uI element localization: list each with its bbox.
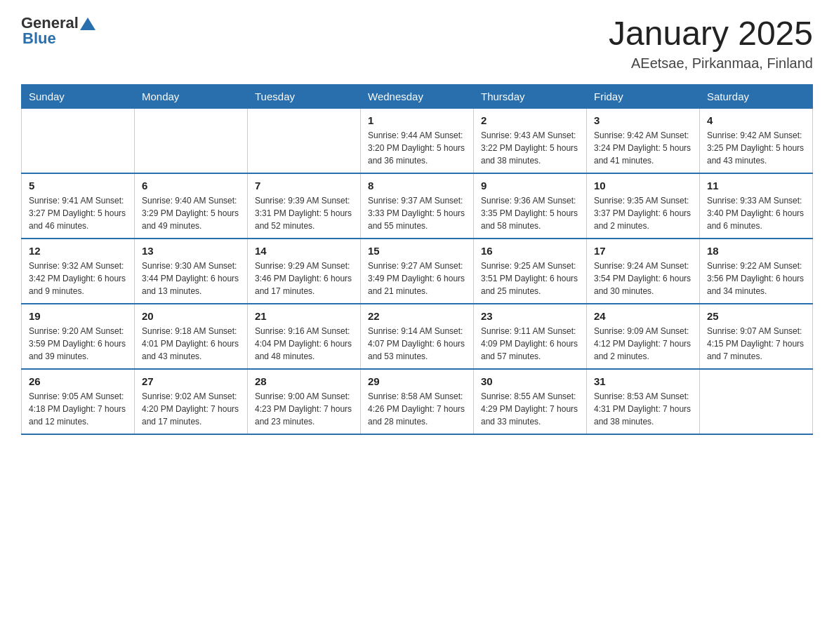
table-row: 25Sunrise: 9:07 AM Sunset: 4:15 PM Dayli… (700, 304, 813, 369)
day-number: 27 (142, 375, 240, 387)
day-number: 5 (29, 180, 127, 192)
table-row: 31Sunrise: 8:53 AM Sunset: 4:31 PM Dayli… (587, 369, 700, 434)
calendar-week-row: 12Sunrise: 9:32 AM Sunset: 3:42 PM Dayli… (22, 239, 813, 304)
day-info: Sunrise: 9:16 AM Sunset: 4:04 PM Dayligh… (255, 325, 353, 363)
day-info: Sunrise: 8:55 AM Sunset: 4:29 PM Dayligh… (481, 390, 579, 428)
table-row: 14Sunrise: 9:29 AM Sunset: 3:46 PM Dayli… (248, 239, 361, 304)
day-number: 4 (707, 114, 805, 126)
table-row: 24Sunrise: 9:09 AM Sunset: 4:12 PM Dayli… (587, 304, 700, 369)
day-number: 7 (255, 180, 353, 192)
table-row: 5Sunrise: 9:41 AM Sunset: 3:27 PM Daylig… (22, 173, 135, 239)
day-info: Sunrise: 9:41 AM Sunset: 3:27 PM Dayligh… (29, 194, 127, 232)
table-row: 1Sunrise: 9:44 AM Sunset: 3:20 PM Daylig… (361, 109, 474, 174)
table-row: 23Sunrise: 9:11 AM Sunset: 4:09 PM Dayli… (474, 304, 587, 369)
day-info: Sunrise: 9:02 AM Sunset: 4:20 PM Dayligh… (142, 390, 240, 428)
page-header: General Blue January 2025 AEetsae, Pirka… (21, 14, 813, 72)
day-number: 9 (481, 180, 579, 192)
table-row: 22Sunrise: 9:14 AM Sunset: 4:07 PM Dayli… (361, 304, 474, 369)
day-number: 14 (255, 245, 353, 257)
day-number: 22 (368, 310, 466, 322)
table-row: 9Sunrise: 9:36 AM Sunset: 3:35 PM Daylig… (474, 173, 587, 239)
day-info: Sunrise: 9:35 AM Sunset: 3:37 PM Dayligh… (594, 194, 692, 232)
day-number: 26 (29, 375, 127, 387)
svg-marker-0 (80, 18, 95, 30)
day-number: 13 (142, 245, 240, 257)
calendar-table: Sunday Monday Tuesday Wednesday Thursday… (21, 84, 813, 435)
table-row: 18Sunrise: 9:22 AM Sunset: 3:56 PM Dayli… (700, 239, 813, 304)
day-number: 12 (29, 245, 127, 257)
table-row: 16Sunrise: 9:25 AM Sunset: 3:51 PM Dayli… (474, 239, 587, 304)
table-row (700, 369, 813, 434)
day-number: 30 (481, 375, 579, 387)
calendar-week-row: 1Sunrise: 9:44 AM Sunset: 3:20 PM Daylig… (22, 109, 813, 174)
day-info: Sunrise: 9:29 AM Sunset: 3:46 PM Dayligh… (255, 260, 353, 297)
day-number: 31 (594, 375, 692, 387)
header-tuesday: Tuesday (248, 85, 361, 109)
day-number: 10 (594, 180, 692, 192)
day-info: Sunrise: 9:36 AM Sunset: 3:35 PM Dayligh… (481, 194, 579, 232)
day-info: Sunrise: 9:05 AM Sunset: 4:18 PM Dayligh… (29, 390, 127, 428)
day-info: Sunrise: 9:32 AM Sunset: 3:42 PM Dayligh… (29, 260, 127, 297)
calendar-title: January 2025 (609, 14, 813, 53)
header-saturday: Saturday (700, 85, 813, 109)
day-number: 21 (255, 310, 353, 322)
table-row: 2Sunrise: 9:43 AM Sunset: 3:22 PM Daylig… (474, 109, 587, 174)
day-number: 18 (707, 245, 805, 257)
day-info: Sunrise: 9:27 AM Sunset: 3:49 PM Dayligh… (368, 260, 466, 297)
day-info: Sunrise: 8:53 AM Sunset: 4:31 PM Dayligh… (594, 390, 692, 428)
header-friday: Friday (587, 85, 700, 109)
table-row: 30Sunrise: 8:55 AM Sunset: 4:29 PM Dayli… (474, 369, 587, 434)
calendar-week-row: 19Sunrise: 9:20 AM Sunset: 3:59 PM Dayli… (22, 304, 813, 369)
table-row: 11Sunrise: 9:33 AM Sunset: 3:40 PM Dayli… (700, 173, 813, 239)
day-info: Sunrise: 9:39 AM Sunset: 3:31 PM Dayligh… (255, 194, 353, 232)
calendar-week-row: 5Sunrise: 9:41 AM Sunset: 3:27 PM Daylig… (22, 173, 813, 239)
day-info: Sunrise: 9:25 AM Sunset: 3:51 PM Dayligh… (481, 260, 579, 297)
day-info: Sunrise: 9:22 AM Sunset: 3:56 PM Dayligh… (707, 260, 805, 297)
day-number: 23 (481, 310, 579, 322)
table-row: 28Sunrise: 9:00 AM Sunset: 4:23 PM Dayli… (248, 369, 361, 434)
table-row: 15Sunrise: 9:27 AM Sunset: 3:49 PM Dayli… (361, 239, 474, 304)
table-row: 7Sunrise: 9:39 AM Sunset: 3:31 PM Daylig… (248, 173, 361, 239)
day-info: Sunrise: 9:14 AM Sunset: 4:07 PM Dayligh… (368, 325, 466, 363)
day-number: 16 (481, 245, 579, 257)
day-number: 17 (594, 245, 692, 257)
table-row: 10Sunrise: 9:35 AM Sunset: 3:37 PM Dayli… (587, 173, 700, 239)
day-info: Sunrise: 9:40 AM Sunset: 3:29 PM Dayligh… (142, 194, 240, 232)
day-info: Sunrise: 9:30 AM Sunset: 3:44 PM Dayligh… (142, 260, 240, 297)
logo-blue-text: Blue (22, 29, 56, 48)
day-number: 25 (707, 310, 805, 322)
day-number: 6 (142, 180, 240, 192)
header-thursday: Thursday (474, 85, 587, 109)
day-number: 28 (255, 375, 353, 387)
day-info: Sunrise: 9:42 AM Sunset: 3:25 PM Dayligh… (707, 129, 805, 167)
day-info: Sunrise: 9:11 AM Sunset: 4:09 PM Dayligh… (481, 325, 579, 363)
day-number: 20 (142, 310, 240, 322)
day-info: Sunrise: 9:00 AM Sunset: 4:23 PM Dayligh… (255, 390, 353, 428)
header-sunday: Sunday (22, 85, 135, 109)
table-row: 26Sunrise: 9:05 AM Sunset: 4:18 PM Dayli… (22, 369, 135, 434)
table-row (248, 109, 361, 174)
day-number: 1 (368, 114, 466, 126)
table-row: 21Sunrise: 9:16 AM Sunset: 4:04 PM Dayli… (248, 304, 361, 369)
logo-triangle-icon (80, 16, 95, 32)
title-area: January 2025 AEetsae, Pirkanmaa, Finland (609, 14, 813, 72)
logo: General Blue (21, 14, 95, 48)
table-row: 17Sunrise: 9:24 AM Sunset: 3:54 PM Dayli… (587, 239, 700, 304)
day-info: Sunrise: 9:24 AM Sunset: 3:54 PM Dayligh… (594, 260, 692, 297)
day-number: 15 (368, 245, 466, 257)
day-number: 8 (368, 180, 466, 192)
day-number: 3 (594, 114, 692, 126)
day-info: Sunrise: 9:33 AM Sunset: 3:40 PM Dayligh… (707, 194, 805, 232)
calendar-subtitle: AEetsae, Pirkanmaa, Finland (609, 55, 813, 72)
day-number: 29 (368, 375, 466, 387)
calendar-header-row: Sunday Monday Tuesday Wednesday Thursday… (22, 85, 813, 109)
header-wednesday: Wednesday (361, 85, 474, 109)
table-row (135, 109, 248, 174)
day-info: Sunrise: 9:44 AM Sunset: 3:20 PM Dayligh… (368, 129, 466, 167)
calendar-week-row: 26Sunrise: 9:05 AM Sunset: 4:18 PM Dayli… (22, 369, 813, 434)
day-info: Sunrise: 9:07 AM Sunset: 4:15 PM Dayligh… (707, 325, 805, 363)
table-row: 20Sunrise: 9:18 AM Sunset: 4:01 PM Dayli… (135, 304, 248, 369)
table-row: 3Sunrise: 9:42 AM Sunset: 3:24 PM Daylig… (587, 109, 700, 174)
day-number: 11 (707, 180, 805, 192)
table-row: 13Sunrise: 9:30 AM Sunset: 3:44 PM Dayli… (135, 239, 248, 304)
